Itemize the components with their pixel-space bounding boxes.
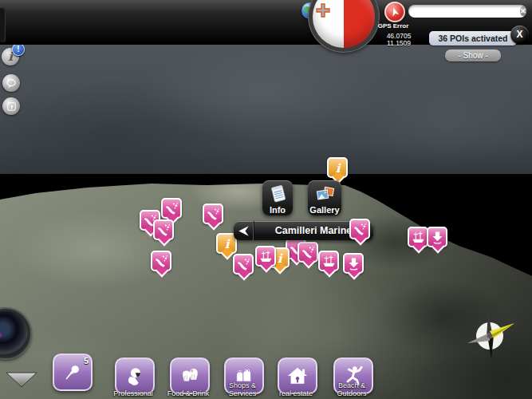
poi-marker-diving[interactable] [203, 203, 223, 224]
facebook-icon: f [6, 101, 17, 112]
search-clear-icon[interactable]: ✕ [520, 6, 526, 16]
active-pins-button[interactable]: 5 [53, 354, 93, 391]
hand-chart-icon [124, 365, 146, 387]
gps-error-label: GPS Error [378, 22, 409, 30]
gps-error-button[interactable] [384, 2, 405, 22]
pin-count-badge: 5 [84, 356, 89, 365]
poi-marker-diving[interactable] [233, 254, 254, 275]
poi-marker-boat[interactable] [408, 227, 428, 247]
collapse-toolbar-arrow[interactable] [6, 372, 37, 388]
hidden-panel-tab[interactable] [0, 8, 6, 42]
pushpin-icon [61, 361, 84, 384]
poi-marker-diving[interactable] [153, 219, 174, 240]
poi-marker-diving[interactable] [151, 251, 171, 271]
poi-marker-diving[interactable] [298, 242, 318, 263]
poi-info-label: Info [270, 205, 286, 215]
category-label: Beach & Outdoors [330, 382, 373, 397]
chat-button[interactable] [2, 74, 20, 92]
svg-text:f: f [10, 103, 13, 110]
app-window: i i i [0, 0, 532, 399]
poi-gallery-button[interactable]: Gallery [308, 180, 341, 215]
info-notification-button[interactable]: i ! [2, 48, 19, 65]
category-label: Shops & Services [221, 382, 264, 397]
poi-marker-diving[interactable] [161, 198, 182, 219]
george-cross-icon [315, 2, 331, 18]
category-label: Food & Drink [156, 390, 220, 398]
search-bar: ✕ [408, 5, 526, 18]
navigate-arrow-icon[interactable] [234, 221, 254, 240]
poi-marker-infopoint[interactable]: i [327, 157, 348, 178]
facebook-button[interactable]: f [2, 97, 20, 115]
gps-longitude: 11.1509 [387, 39, 411, 47]
house-icon [286, 365, 309, 387]
poi-marker-arrow[interactable] [343, 253, 364, 274]
poi-marker-diving[interactable] [349, 219, 370, 239]
show-button[interactable]: - Show - [445, 49, 501, 61]
poi-marker-boat[interactable] [255, 246, 276, 267]
camera-sky-background[interactable] [0, 44, 532, 174]
compass-widget[interactable] [465, 310, 516, 361]
poi-info-button[interactable]: Info [262, 180, 293, 215]
document-icon [267, 184, 288, 205]
category-label: real estate [264, 390, 328, 398]
photos-icon [314, 184, 335, 205]
poi-marker-arrow[interactable] [427, 227, 447, 247]
pois-close-button[interactable]: X [510, 26, 529, 44]
category-label: Professional [101, 390, 165, 398]
pois-activated-badge: 36 POIs activated [429, 31, 517, 45]
speech-bubble-icon [6, 78, 17, 89]
cupcakes-icon [179, 365, 201, 387]
poi-gallery-label: Gallery [309, 205, 339, 215]
gps-arrow-icon [388, 5, 402, 19]
poi-marker-boat[interactable] [318, 251, 339, 271]
search-input[interactable] [412, 6, 520, 17]
alert-badge: ! [12, 43, 25, 56]
